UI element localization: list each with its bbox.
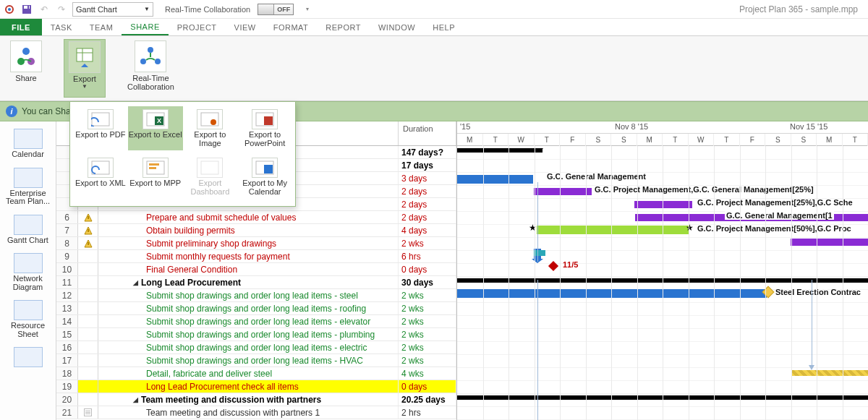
save-icon[interactable]: [20, 3, 33, 16]
task-bar[interactable]: [534, 250, 545, 256]
table-row[interactable]: 19Long Lead Procurement check all items0…: [56, 380, 456, 393]
timescale-day: W: [509, 134, 535, 146]
cell-duration[interactable]: 2 wks: [399, 328, 456, 340]
cell-taskname[interactable]: Detail, fabricate and deliver steel: [98, 367, 399, 380]
cell-taskname[interactable]: Final General Condition: [98, 263, 399, 275]
cell-duration[interactable]: 17 days: [399, 159, 456, 171]
table-row[interactable]: 12Submit shop drawings and order long le…: [56, 289, 456, 302]
table-row[interactable]: 21Team meeting and discussion with partn…: [56, 406, 456, 419]
export-to-my-calendar[interactable]: Export to My Calendar: [237, 155, 292, 199]
view-selector[interactable]: Gantt Chart ▼: [72, 2, 153, 17]
redo-icon[interactable]: ↷: [55, 3, 68, 16]
viewbar-network-diagram[interactable]: Network Diagram: [3, 250, 54, 294]
cell-taskname[interactable]: Submit shop drawings and order long lead…: [98, 354, 399, 367]
viewbar-gantt-chart[interactable]: Gantt Chart: [3, 212, 54, 248]
cell-duration[interactable]: 2 wks: [399, 315, 456, 327]
export-to-powerpoint[interactable]: Export to PowerPoint: [237, 106, 292, 150]
table-row[interactable]: 16Submit shop drawings and order long le…: [56, 341, 456, 354]
timescale-day: F: [740, 134, 766, 146]
cell-duration[interactable]: 4 days: [399, 224, 456, 236]
cell-taskname[interactable]: Team meeting and discussion with partner…: [98, 406, 399, 419]
qat-more-icon[interactable]: ▾: [301, 3, 314, 16]
cell-taskname[interactable]: ◢Team meeting and discussion with partne…: [98, 393, 399, 406]
task-bar[interactable]: [457, 175, 533, 184]
ribbon-tab-share[interactable]: SHARE: [122, 19, 168, 35]
cell-duration[interactable]: 2 wks: [399, 341, 456, 353]
ribbon-export-button[interactable]: Export ▼: [64, 39, 106, 98]
ribbon-tab-task[interactable]: TASK: [42, 19, 81, 35]
cell-duration[interactable]: 2 hrs: [399, 406, 456, 419]
ribbon-tab-window[interactable]: WINDOW: [370, 19, 424, 35]
viewbar-more[interactable]: [3, 344, 54, 372]
table-row[interactable]: 15Submit shop drawings and order long le…: [56, 328, 456, 341]
gantt-body[interactable]: G.C. General Management G.C. Project Man…: [457, 146, 868, 420]
ribbon-tab-help[interactable]: HELP: [424, 19, 464, 35]
cell-taskname[interactable]: Obtain building permits: [98, 224, 399, 236]
cell-taskname[interactable]: Long Lead Procurement check all items: [98, 380, 399, 393]
gantt-chart[interactable]: '15Nov 8 '15Nov 15 '15 MTWTFSSMTWTFSSMT …: [457, 121, 868, 420]
cell-id: 19: [56, 380, 78, 393]
ribbon-tab-view[interactable]: VIEW: [226, 19, 265, 35]
table-row[interactable]: 20◢Team meeting and discussion with part…: [56, 393, 456, 406]
cell-duration[interactable]: 30 days: [399, 276, 456, 288]
cell-duration[interactable]: 0 days: [399, 263, 456, 275]
task-bar[interactable]: [634, 201, 692, 208]
table-row[interactable]: 7Obtain building permits4 days: [56, 224, 456, 237]
ribbon-tab-team[interactable]: TEAM: [81, 19, 122, 35]
cell-taskname[interactable]: Submit shop drawings and order long lead…: [98, 302, 399, 314]
ribbon-share-button[interactable]: Share: [6, 39, 46, 98]
cell-duration[interactable]: 20.25 days: [399, 393, 456, 406]
undo-icon[interactable]: ↶: [38, 3, 51, 16]
table-row[interactable]: 17Submit shop drawings and order long le…: [56, 354, 456, 367]
table-row[interactable]: 6Prepare and submit schedule of values2 …: [56, 211, 456, 224]
cell-duration[interactable]: 0 days: [399, 380, 456, 393]
cell-duration[interactable]: 2 wks: [399, 302, 456, 314]
cell-taskname[interactable]: Prepare and submit schedule of values: [98, 211, 399, 223]
cell-taskname[interactable]: ◢Long Lead Procurement: [98, 276, 399, 288]
cell-taskname[interactable]: Submit shop drawings and order long lead…: [98, 328, 399, 340]
ribbon-tab-project[interactable]: PROJECT: [169, 19, 226, 35]
cell-duration[interactable]: 2 wks: [399, 237, 456, 249]
task-bar[interactable]: [534, 188, 592, 195]
table-row[interactable]: 10Final General Condition0 days: [56, 263, 456, 276]
viewbar-calendar[interactable]: Calendar: [3, 126, 54, 162]
summary-bar[interactable]: [457, 148, 542, 153]
cell-taskname[interactable]: Submit monthly requests for payment: [98, 250, 399, 262]
cell-duration[interactable]: 6 hrs: [399, 250, 456, 262]
export-to-xml[interactable]: Export to XML: [73, 155, 128, 199]
cell-duration[interactable]: 2 wks: [399, 354, 456, 367]
export-to-pdf[interactable]: Export to PDF: [73, 106, 128, 150]
cell-duration[interactable]: 3 days: [399, 172, 456, 184]
viewbar-resource-sheet[interactable]: Resource Sheet: [3, 297, 54, 341]
viewbar-enterprise-team-plan[interactable]: Enterprise Team Plan...: [3, 165, 54, 209]
cell-taskname[interactable]: Submit shop drawings and order long lead…: [98, 315, 399, 327]
cell-duration[interactable]: 2 days: [399, 185, 456, 197]
cell-taskname[interactable]: Submit preliminary shop drawings: [98, 237, 399, 249]
ribbon-tab-report[interactable]: REPORT: [317, 19, 370, 35]
task-bar[interactable]: [791, 370, 868, 376]
table-row[interactable]: 13Submit shop drawings and order long le…: [56, 302, 456, 315]
cell-duration[interactable]: 147 days?: [399, 146, 456, 158]
table-row[interactable]: 9Submit monthly requests for payment6 hr…: [56, 250, 456, 263]
cell-duration[interactable]: 2 days: [399, 211, 456, 223]
table-row[interactable]: 8Submit preliminary shop drawings2 wks: [56, 237, 456, 250]
cell-duration[interactable]: 2 wks: [399, 289, 456, 301]
cell-taskname[interactable]: Submit shop drawings and order long lead…: [98, 289, 399, 301]
cell-taskname[interactable]: Submit shop drawings and order long lead…: [98, 341, 399, 353]
ribbon-rtc-button[interactable]: Real-Time Collaboration: [123, 39, 179, 98]
table-row[interactable]: 11◢Long Lead Procurement30 days: [56, 276, 456, 289]
table-row[interactable]: 18Detail, fabricate and deliver steel4 w…: [56, 367, 456, 380]
cell-duration[interactable]: 2 days: [399, 198, 456, 210]
rtc-toggle[interactable]: OFF: [258, 4, 294, 15]
export-to-excel[interactable]: XExport to Excel: [128, 106, 183, 150]
message-bar-text: You can Sha: [22, 106, 71, 116]
task-bar[interactable]: [791, 239, 868, 246]
task-bar[interactable]: [457, 289, 767, 298]
table-row[interactable]: 14Submit shop drawings and order long le…: [56, 315, 456, 328]
export-to-image[interactable]: Export to Image: [183, 106, 238, 150]
export-to-mpp[interactable]: Export to MPP: [128, 155, 183, 199]
cell-duration[interactable]: 4 wks: [399, 367, 456, 380]
ribbon-tab-format[interactable]: FORMAT: [265, 19, 318, 35]
ribbon-tab-file[interactable]: FILE: [0, 19, 42, 35]
col-duration[interactable]: Duration: [399, 121, 456, 145]
